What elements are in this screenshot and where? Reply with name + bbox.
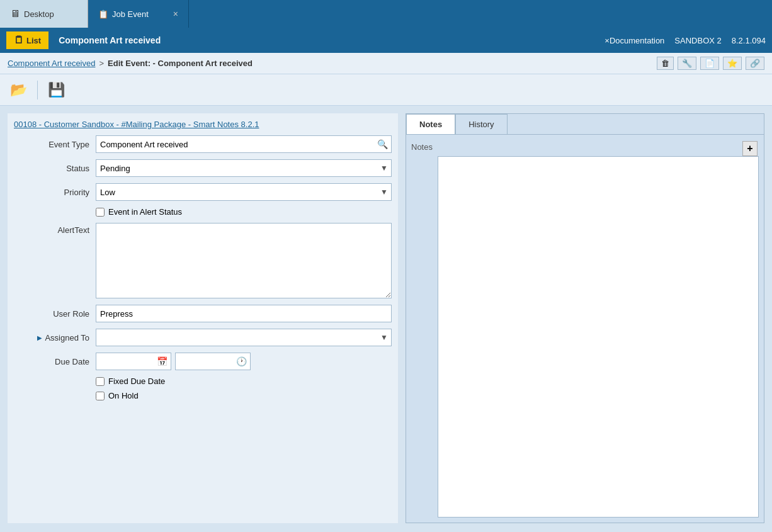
tab-bar: 🖥 Desktop 📋 Job Event × bbox=[0, 0, 772, 28]
search-icon[interactable]: 🔍 bbox=[377, 139, 388, 149]
status-row: Status Pending Complete In Progress On H… bbox=[8, 159, 398, 177]
breadcrumb-separator: > bbox=[99, 59, 104, 68]
folder-icon: 📂 bbox=[10, 82, 27, 98]
status-select-wrapper: Pending Complete In Progress On Hold ▼ bbox=[96, 159, 392, 177]
documentation-link[interactable]: Documentation bbox=[610, 36, 664, 45]
breadcrumb-current: Edit Event: - Component Art received bbox=[108, 59, 253, 68]
notes-area: Notes + bbox=[411, 140, 759, 518]
main-content: 00108 - Customer Sandbox - #Mailing Pack… bbox=[0, 106, 772, 531]
user-role-row: User Role bbox=[8, 305, 398, 322]
priority-row: Priority Low Medium High ▼ bbox=[8, 183, 398, 201]
sandbox-label: SANDBOX 2 bbox=[674, 36, 721, 45]
assigned-to-wrapper: ▼ bbox=[96, 329, 392, 346]
job-event-icon: 📋 bbox=[98, 9, 108, 19]
priority-select[interactable]: Low Medium High bbox=[96, 183, 392, 201]
event-type-wrapper: 🔍 bbox=[96, 135, 392, 153]
on-hold-label: On Hold bbox=[108, 391, 139, 400]
assigned-to-row: ▶ Assigned To ▼ bbox=[8, 329, 398, 346]
toolbar-icon-1[interactable]: 🗑 bbox=[657, 57, 674, 70]
status-label: Status bbox=[14, 164, 96, 173]
panel-tabs-header: Notes History bbox=[406, 114, 764, 134]
list-label: List bbox=[26, 36, 41, 45]
notes-toolbar: + bbox=[438, 140, 759, 156]
header-title: Component Art received bbox=[54, 35, 602, 45]
tab-notes[interactable]: Notes bbox=[406, 114, 455, 135]
save-icon: 💾 bbox=[48, 82, 65, 98]
triangle-icon: ▶ bbox=[37, 334, 42, 341]
fixed-due-date-row: Fixed Due Date bbox=[8, 376, 398, 391]
toolbar: 📂 💾 bbox=[0, 74, 772, 106]
list-button[interactable]: 🗒 List bbox=[6, 31, 48, 49]
event-type-label: Event Type bbox=[14, 140, 96, 149]
header-right: Documentation SANDBOX 2 8.2.1.094 bbox=[610, 36, 766, 45]
status-select[interactable]: Pending Complete In Progress On Hold bbox=[96, 159, 392, 177]
toolbar-divider bbox=[37, 81, 38, 99]
alerttext-label: AlertText bbox=[14, 223, 96, 235]
tab-close-btn[interactable]: × bbox=[173, 9, 178, 19]
toolbar-icon-3[interactable]: 📄 bbox=[700, 57, 719, 70]
tab-history-label: History bbox=[468, 120, 494, 129]
time-wrapper: 🕐 bbox=[175, 353, 251, 370]
folder-button[interactable]: 📂 bbox=[8, 81, 30, 99]
assigned-to-select[interactable] bbox=[96, 329, 392, 346]
tab-notes-label: Notes bbox=[419, 120, 442, 129]
alert-checkbox-text: Event in Alert Status bbox=[108, 207, 182, 217]
toolbar-icon-5[interactable]: 🔗 bbox=[746, 57, 764, 70]
notes-add-button[interactable]: + bbox=[742, 141, 758, 156]
user-role-input[interactable] bbox=[96, 305, 392, 322]
form-area: 00108 - Customer Sandbox - #Mailing Pack… bbox=[8, 113, 398, 523]
tab-content-notes: Notes + bbox=[406, 134, 764, 523]
on-hold-row: On Hold bbox=[8, 391, 398, 405]
breadcrumb-link[interactable]: Component Art received bbox=[8, 59, 95, 68]
priority-select-wrapper: Low Medium High ▼ bbox=[96, 183, 392, 201]
tab-desktop[interactable]: 🖥 Desktop bbox=[0, 0, 88, 28]
fixed-due-date-label: Fixed Due Date bbox=[108, 376, 165, 386]
tab-job-event[interactable]: 📋 Job Event × bbox=[88, 0, 189, 28]
assigned-to-label: Assigned To bbox=[45, 333, 89, 342]
toolbar-icon-4[interactable]: ⭐ bbox=[723, 57, 742, 70]
desktop-icon: 🖥 bbox=[10, 8, 20, 20]
date-wrapper: 📅 bbox=[96, 353, 171, 370]
notes-textarea[interactable] bbox=[438, 156, 759, 518]
alerttext-textarea[interactable] bbox=[96, 223, 392, 298]
notes-label: Notes bbox=[411, 140, 433, 518]
due-date-label: Due Date bbox=[14, 357, 96, 366]
right-panel: Notes History Notes + bbox=[406, 113, 764, 523]
alert-checkbox[interactable] bbox=[96, 208, 105, 217]
event-type-input[interactable] bbox=[96, 135, 392, 153]
header-close-btn[interactable]: × bbox=[605, 36, 610, 45]
toolbar-icon-2[interactable]: 🔧 bbox=[678, 57, 696, 70]
alert-row: Event in Alert Status bbox=[8, 207, 398, 223]
due-date-inputs: 📅 🕐 bbox=[96, 353, 392, 370]
fixed-due-date-checkbox[interactable] bbox=[96, 377, 105, 386]
on-hold-checkbox[interactable] bbox=[96, 392, 105, 400]
due-date-row: Due Date 📅 🕐 bbox=[8, 353, 398, 370]
list-icon: 🗒 bbox=[14, 35, 24, 46]
header-bar: 🗒 List Component Art received × Document… bbox=[0, 28, 772, 53]
user-role-label: User Role bbox=[14, 309, 96, 319]
priority-label: Priority bbox=[14, 188, 96, 197]
alert-checkbox-label[interactable]: Event in Alert Status bbox=[96, 207, 182, 217]
tab-history[interactable]: History bbox=[455, 114, 507, 134]
job-link[interactable]: 00108 - Customer Sandbox - #Mailing Pack… bbox=[8, 120, 398, 135]
alerttext-row: AlertText bbox=[8, 223, 398, 298]
clock-icon[interactable]: 🕐 bbox=[236, 356, 247, 366]
save-button[interactable]: 💾 bbox=[45, 81, 67, 99]
notes-input-area: + bbox=[438, 140, 759, 518]
tab-job-event-label: Job Event bbox=[112, 9, 149, 19]
calendar-icon[interactable]: 📅 bbox=[157, 356, 167, 366]
breadcrumb: Component Art received > Edit Event: - C… bbox=[0, 53, 772, 74]
tab-desktop-label: Desktop bbox=[24, 9, 54, 19]
event-type-row: Event Type 🔍 bbox=[8, 135, 398, 153]
version-label: 8.2.1.094 bbox=[732, 36, 766, 45]
assigned-to-label-group: ▶ Assigned To bbox=[14, 333, 96, 342]
